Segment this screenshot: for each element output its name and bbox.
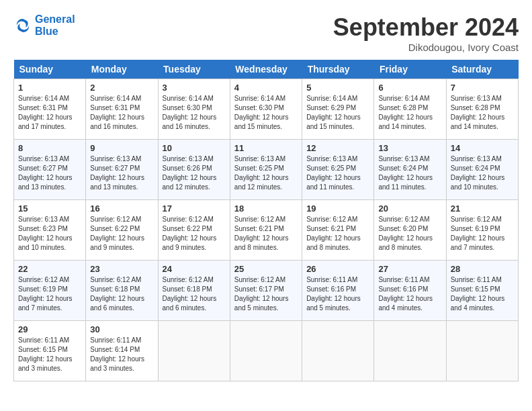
day-info: Sunrise: 6:14 AMSunset: 6:30 PMDaylight:… [163,95,217,130]
day-cell [158,321,230,381]
day-info: Sunrise: 6:12 AMSunset: 6:18 PMDaylight:… [90,276,144,312]
day-info: Sunrise: 6:14 AMSunset: 6:31 PMDaylight:… [90,95,144,130]
day-cell: 10 Sunrise: 6:13 AMSunset: 6:26 PMDaylig… [158,140,230,200]
day-info: Sunrise: 6:11 AMSunset: 6:15 PMDaylight:… [18,336,73,372]
day-number: 9 [90,143,153,153]
col-header-wednesday: Wednesday [230,60,302,79]
day-cell: 9 Sunrise: 6:13 AMSunset: 6:27 PMDayligh… [86,140,158,200]
day-info: Sunrise: 6:13 AMSunset: 6:25 PMDaylight:… [306,155,361,191]
day-cell: 21 Sunrise: 6:12 AMSunset: 6:19 PMDaylig… [446,200,518,261]
day-number: 29 [18,324,81,334]
day-number: 16 [90,203,153,214]
day-number: 23 [90,264,153,274]
day-number: 10 [163,143,226,153]
day-cell: 14 Sunrise: 6:13 AMSunset: 6:24 PMDaylig… [446,140,518,200]
day-number: 18 [234,203,298,214]
day-number: 22 [18,264,81,274]
day-cell: 27 Sunrise: 6:11 AMSunset: 6:16 PMDaylig… [374,261,446,321]
day-info: Sunrise: 6:12 AMSunset: 6:19 PMDaylight:… [18,276,73,312]
day-info: Sunrise: 6:14 AMSunset: 6:29 PMDaylight:… [306,95,361,130]
day-cell: 3 Sunrise: 6:14 AMSunset: 6:30 PMDayligh… [158,79,230,140]
day-cell: 19 Sunrise: 6:12 AMSunset: 6:21 PMDaylig… [302,200,374,261]
logo-icon [13,16,32,35]
day-cell: 16 Sunrise: 6:12 AMSunset: 6:22 PMDaylig… [86,200,158,261]
day-info: Sunrise: 6:13 AMSunset: 6:27 PMDaylight:… [18,155,73,191]
logo: General Blue [13,13,75,37]
day-cell: 22 Sunrise: 6:12 AMSunset: 6:19 PMDaylig… [14,261,86,321]
day-number: 17 [163,203,226,214]
day-info: Sunrise: 6:12 AMSunset: 6:22 PMDaylight:… [163,216,217,251]
day-number: 8 [18,143,81,153]
day-cell [302,321,374,381]
day-number: 24 [163,264,226,274]
day-cell: 1 Sunrise: 6:14 AMSunset: 6:31 PMDayligh… [14,79,86,140]
week-row-4: 22 Sunrise: 6:12 AMSunset: 6:19 PMDaylig… [14,261,519,321]
day-number: 15 [18,203,81,214]
day-info: Sunrise: 6:12 AMSunset: 6:19 PMDaylight:… [451,216,505,251]
day-info: Sunrise: 6:14 AMSunset: 6:30 PMDaylight:… [234,95,289,130]
day-cell: 5 Sunrise: 6:14 AMSunset: 6:29 PMDayligh… [302,79,374,140]
col-header-saturday: Saturday [446,60,518,79]
week-row-1: 1 Sunrise: 6:14 AMSunset: 6:31 PMDayligh… [14,79,519,140]
day-cell [230,321,302,381]
logo-text: General Blue [35,13,75,37]
day-cell: 11 Sunrise: 6:13 AMSunset: 6:25 PMDaylig… [230,140,302,200]
day-info: Sunrise: 6:11 AMSunset: 6:16 PMDaylight:… [306,276,361,312]
day-info: Sunrise: 6:13 AMSunset: 6:23 PMDaylight:… [18,216,73,251]
title-block: September 2024 Dikodougou, Ivory Coast [333,13,519,53]
day-number: 30 [90,324,153,334]
day-cell: 12 Sunrise: 6:13 AMSunset: 6:25 PMDaylig… [302,140,374,200]
day-number: 26 [306,264,369,274]
day-number: 21 [451,203,514,214]
day-cell: 15 Sunrise: 6:13 AMSunset: 6:23 PMDaylig… [14,200,86,261]
day-cell: 24 Sunrise: 6:12 AMSunset: 6:18 PMDaylig… [158,261,230,321]
day-number: 25 [234,264,298,274]
day-cell: 2 Sunrise: 6:14 AMSunset: 6:31 PMDayligh… [86,79,158,140]
day-cell [374,321,446,381]
day-cell: 6 Sunrise: 6:14 AMSunset: 6:28 PMDayligh… [374,79,446,140]
day-number: 3 [163,83,226,93]
day-info: Sunrise: 6:12 AMSunset: 6:17 PMDaylight:… [234,276,289,312]
day-cell: 23 Sunrise: 6:12 AMSunset: 6:18 PMDaylig… [86,261,158,321]
day-info: Sunrise: 6:14 AMSunset: 6:31 PMDaylight:… [18,95,73,130]
location-subtitle: Dikodougou, Ivory Coast [333,42,519,53]
day-cell: 28 Sunrise: 6:11 AMSunset: 6:15 PMDaylig… [446,261,518,321]
day-cell: 17 Sunrise: 6:12 AMSunset: 6:22 PMDaylig… [158,200,230,261]
day-info: Sunrise: 6:12 AMSunset: 6:20 PMDaylight:… [378,216,433,251]
day-cell: 29 Sunrise: 6:11 AMSunset: 6:15 PMDaylig… [14,321,86,381]
page-header: General Blue September 2024 Dikodougou, … [13,13,519,53]
day-info: Sunrise: 6:14 AMSunset: 6:28 PMDaylight:… [378,95,433,130]
day-info: Sunrise: 6:12 AMSunset: 6:21 PMDaylight:… [234,216,289,251]
day-number: 19 [306,203,369,214]
day-info: Sunrise: 6:13 AMSunset: 6:27 PMDaylight:… [90,155,144,191]
col-header-friday: Friday [374,60,446,79]
day-info: Sunrise: 6:11 AMSunset: 6:14 PMDaylight:… [90,336,144,372]
day-cell: 8 Sunrise: 6:13 AMSunset: 6:27 PMDayligh… [14,140,86,200]
day-cell: 4 Sunrise: 6:14 AMSunset: 6:30 PMDayligh… [230,79,302,140]
day-info: Sunrise: 6:11 AMSunset: 6:15 PMDaylight:… [451,276,505,312]
col-header-tuesday: Tuesday [158,60,230,79]
day-number: 11 [234,143,298,153]
day-number: 14 [451,143,514,153]
day-info: Sunrise: 6:13 AMSunset: 6:24 PMDaylight:… [451,155,505,191]
day-number: 5 [306,83,369,93]
day-cell: 20 Sunrise: 6:12 AMSunset: 6:20 PMDaylig… [374,200,446,261]
day-info: Sunrise: 6:11 AMSunset: 6:16 PMDaylight:… [378,276,433,312]
col-header-monday: Monday [86,60,158,79]
header-row: SundayMondayTuesdayWednesdayThursdayFrid… [14,60,519,79]
day-number: 27 [378,264,441,274]
day-cell: 30 Sunrise: 6:11 AMSunset: 6:14 PMDaylig… [86,321,158,381]
day-number: 6 [378,83,441,93]
day-info: Sunrise: 6:13 AMSunset: 6:25 PMDaylight:… [234,155,289,191]
col-header-sunday: Sunday [14,60,86,79]
month-title: September 2024 [333,13,519,42]
day-info: Sunrise: 6:12 AMSunset: 6:18 PMDaylight:… [163,276,217,312]
day-cell: 18 Sunrise: 6:12 AMSunset: 6:21 PMDaylig… [230,200,302,261]
day-number: 12 [306,143,369,153]
day-info: Sunrise: 6:13 AMSunset: 6:28 PMDaylight:… [451,95,505,130]
day-info: Sunrise: 6:13 AMSunset: 6:26 PMDaylight:… [163,155,217,191]
day-cell: 25 Sunrise: 6:12 AMSunset: 6:17 PMDaylig… [230,261,302,321]
day-cell: 7 Sunrise: 6:13 AMSunset: 6:28 PMDayligh… [446,79,518,140]
day-info: Sunrise: 6:13 AMSunset: 6:24 PMDaylight:… [378,155,433,191]
day-info: Sunrise: 6:12 AMSunset: 6:21 PMDaylight:… [306,216,361,251]
